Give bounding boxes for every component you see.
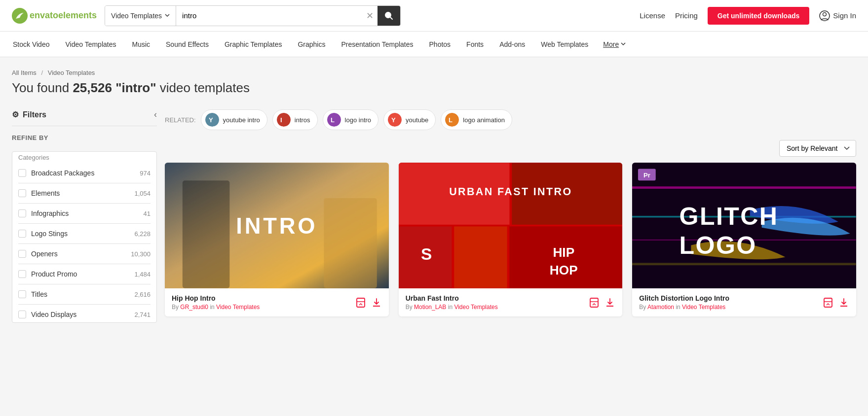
- subnav-item-add-ons[interactable]: Add-ons: [498, 32, 526, 57]
- download-button[interactable]: [604, 297, 615, 309]
- pill-text: youtube intro: [223, 116, 260, 124]
- card-title: Urban Fast Intro: [406, 294, 498, 302]
- subnav-item-graphics[interactable]: Graphics: [297, 32, 326, 57]
- bookmark-button[interactable]: [355, 297, 366, 309]
- filter-item[interactable]: Infographics 41: [18, 206, 151, 221]
- filter-count: 2,616: [134, 291, 151, 298]
- refine-by-label: Refine by: [12, 134, 157, 141]
- svg-text:HIP: HIP: [553, 245, 574, 260]
- card-meta: Hip Hop Intro By GR_studi0 in Video Temp…: [172, 294, 260, 311]
- breadcrumb-all-items[interactable]: All Items: [12, 69, 37, 76]
- svg-point-6: [277, 113, 291, 127]
- filter-item[interactable]: Product Promo 1,484: [18, 266, 151, 282]
- sort-select[interactable]: Sort by RelevantSort by NewestSort by Po…: [779, 140, 856, 157]
- filter-checkbox[interactable]: [18, 209, 26, 217]
- card-info: Hip Hop Intro By GR_studi0 in Video Temp…: [165, 288, 389, 316]
- card-author-link[interactable]: Atamotion: [647, 304, 674, 311]
- envato-icon: [12, 8, 28, 24]
- search-submit-button[interactable]: [377, 6, 400, 26]
- subnav-more-label: More: [603, 40, 619, 48]
- subnav-item-photos[interactable]: Photos: [428, 32, 452, 57]
- related-pill[interactable]: Yyoutube intro: [201, 109, 267, 130]
- subnav-item-sound-effects[interactable]: Sound Effects: [165, 32, 210, 57]
- search-clear-button[interactable]: ✕: [362, 6, 377, 26]
- svg-rect-23: [454, 226, 507, 288]
- download-icon: [372, 298, 381, 308]
- filter-item[interactable]: Elements 1,054: [18, 185, 151, 201]
- filter-name: Openers: [31, 250, 126, 258]
- svg-text:URBAN FAST INTRO: URBAN FAST INTRO: [449, 186, 572, 198]
- card-actions: [823, 297, 849, 309]
- breadcrumb-video-templates[interactable]: Video Templates: [48, 69, 95, 76]
- card-meta: Urban Fast Intro By Motion_LAB in Video …: [406, 294, 498, 311]
- filter-checkbox[interactable]: [18, 311, 26, 318]
- subnav-item-stock-video[interactable]: Stock Video: [12, 32, 50, 57]
- logo[interactable]: envatoelements: [12, 8, 97, 24]
- download-icon: [839, 298, 848, 308]
- card-actions: [589, 297, 615, 309]
- subnav-item-music[interactable]: Music: [131, 32, 151, 57]
- search-icon: [384, 11, 393, 20]
- license-link[interactable]: License: [640, 11, 665, 20]
- card-thumbnail[interactable]: URBAN FAST INTRO HIP HOP S: [399, 163, 623, 288]
- card-thumbnail[interactable]: GLITCH LOGO Pr: [632, 163, 856, 288]
- filter-item[interactable]: Logo Stings 6,228: [18, 226, 151, 242]
- pill-thumbnail: Y: [205, 113, 219, 127]
- subnav-item-more[interactable]: More: [603, 40, 626, 48]
- bookmark-button[interactable]: [589, 297, 600, 309]
- download-button[interactable]: [838, 297, 849, 309]
- subnav-item-web-templates[interactable]: Web Templates: [540, 32, 589, 57]
- main-content: ⚙ Filters ‹ Refine by Categories Broadca…: [0, 102, 868, 335]
- filter-item[interactable]: Openers 10,300: [18, 246, 151, 262]
- subnav-item-fonts[interactable]: Fonts: [465, 32, 485, 57]
- get-unlimited-button[interactable]: Get unlimited downloads: [708, 7, 809, 25]
- card-category-link[interactable]: Video Templates: [216, 304, 260, 311]
- filter-checkbox[interactable]: [18, 169, 26, 177]
- filters-collapse-button[interactable]: ‹: [154, 109, 157, 120]
- card-author-link[interactable]: Motion_LAB: [414, 304, 446, 311]
- bookmark-button[interactable]: [823, 297, 833, 309]
- card-category-link[interactable]: Video Templates: [682, 304, 725, 311]
- card-author-link[interactable]: GR_studi0: [180, 304, 208, 311]
- svg-rect-29: [590, 298, 598, 307]
- filter-item[interactable]: Video Displays 2,741: [18, 307, 151, 322]
- header-nav: License Pricing Get unlimited downloads …: [640, 7, 856, 25]
- card-info: Urban Fast Intro By Motion_LAB in Video …: [399, 288, 623, 316]
- filter-checkbox[interactable]: [18, 189, 26, 197]
- filter-count: 10,300: [131, 250, 151, 258]
- subnav-item-presentation-templates[interactable]: Presentation Templates: [340, 32, 414, 57]
- subnav: Stock Video Video Templates Music Sound …: [0, 32, 868, 57]
- card-thumbnail[interactable]: INTRO: [165, 163, 389, 288]
- related-pill[interactable]: Iintros: [272, 109, 318, 130]
- filter-checkbox[interactable]: [18, 230, 26, 238]
- related-pill[interactable]: Llogo animation: [441, 109, 512, 130]
- svg-rect-31: [632, 186, 856, 189]
- chevron-down-icon: [165, 14, 170, 17]
- search-category-dropdown[interactable]: Video Templates: [105, 6, 176, 26]
- subnav-item-video-templates[interactable]: Video Templates: [64, 32, 117, 57]
- pricing-link[interactable]: Pricing: [675, 11, 698, 20]
- filter-count: 6,228: [134, 230, 151, 238]
- filter-checkbox[interactable]: [18, 250, 26, 258]
- filter-checkbox[interactable]: [18, 290, 26, 298]
- search-bar: Video Templates ✕: [105, 5, 401, 26]
- breadcrumb: All Items / Video Templates: [12, 69, 856, 76]
- filter-item[interactable]: Titles 2,616: [18, 286, 151, 302]
- header: envatoelements Video Templates ✕ License…: [0, 0, 868, 32]
- svg-rect-17: [324, 198, 377, 288]
- subnav-item-graphic-templates[interactable]: Graphic Templates: [224, 32, 283, 57]
- related-pill[interactable]: Yyoutube: [383, 109, 436, 130]
- search-input[interactable]: [176, 6, 362, 26]
- card-author: By Atamotion in Video Templates: [639, 304, 729, 311]
- pill-text: intros: [295, 116, 310, 124]
- download-button[interactable]: [371, 297, 382, 309]
- filter-item[interactable]: Broadcast Packages 974: [18, 165, 151, 181]
- filter-checkbox[interactable]: [18, 270, 26, 278]
- sign-in-link[interactable]: Sign In: [819, 10, 856, 21]
- pill-text: youtube: [406, 116, 428, 124]
- search-category-label: Video Templates: [111, 12, 162, 20]
- card-category-link[interactable]: Video Templates: [454, 304, 497, 311]
- result-title: You found 25,526 "intro" video templates: [12, 80, 856, 96]
- svg-text:S: S: [421, 245, 432, 263]
- related-pill[interactable]: Llogo intro: [323, 109, 378, 130]
